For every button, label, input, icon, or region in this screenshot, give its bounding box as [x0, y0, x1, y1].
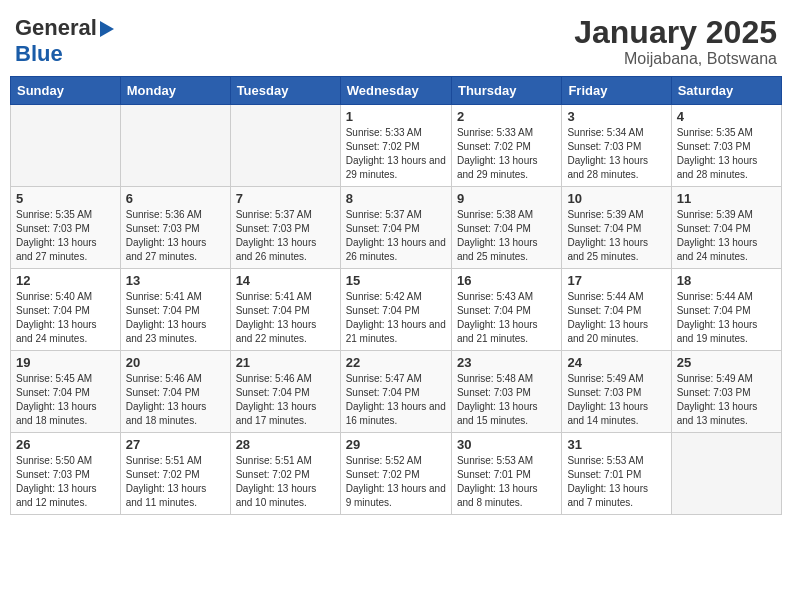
- day-info: Sunrise: 5:51 AM Sunset: 7:02 PM Dayligh…: [236, 454, 335, 510]
- day-info: Sunrise: 5:41 AM Sunset: 7:04 PM Dayligh…: [126, 290, 225, 346]
- calendar-week-2: 5Sunrise: 5:35 AM Sunset: 7:03 PM Daylig…: [11, 187, 782, 269]
- day-info: Sunrise: 5:33 AM Sunset: 7:02 PM Dayligh…: [346, 126, 446, 182]
- calendar-cell: 15Sunrise: 5:42 AM Sunset: 7:04 PM Dayli…: [340, 269, 451, 351]
- day-number: 17: [567, 273, 665, 288]
- calendar-cell: 4Sunrise: 5:35 AM Sunset: 7:03 PM Daylig…: [671, 105, 781, 187]
- calendar-cell: 19Sunrise: 5:45 AM Sunset: 7:04 PM Dayli…: [11, 351, 121, 433]
- weekday-header-wednesday: Wednesday: [340, 77, 451, 105]
- day-info: Sunrise: 5:51 AM Sunset: 7:02 PM Dayligh…: [126, 454, 225, 510]
- calendar-cell: [120, 105, 230, 187]
- day-info: Sunrise: 5:47 AM Sunset: 7:04 PM Dayligh…: [346, 372, 446, 428]
- day-number: 31: [567, 437, 665, 452]
- day-info: Sunrise: 5:36 AM Sunset: 7:03 PM Dayligh…: [126, 208, 225, 264]
- calendar-cell: 17Sunrise: 5:44 AM Sunset: 7:04 PM Dayli…: [562, 269, 671, 351]
- calendar-cell: 16Sunrise: 5:43 AM Sunset: 7:04 PM Dayli…: [451, 269, 561, 351]
- calendar-cell: 20Sunrise: 5:46 AM Sunset: 7:04 PM Dayli…: [120, 351, 230, 433]
- logo-general-text: General: [15, 15, 97, 41]
- day-info: Sunrise: 5:49 AM Sunset: 7:03 PM Dayligh…: [567, 372, 665, 428]
- calendar-cell: 11Sunrise: 5:39 AM Sunset: 7:04 PM Dayli…: [671, 187, 781, 269]
- day-info: Sunrise: 5:44 AM Sunset: 7:04 PM Dayligh…: [677, 290, 776, 346]
- location-subtitle: Moijabana, Botswana: [574, 50, 777, 68]
- calendar-cell: 13Sunrise: 5:41 AM Sunset: 7:04 PM Dayli…: [120, 269, 230, 351]
- day-info: Sunrise: 5:53 AM Sunset: 7:01 PM Dayligh…: [457, 454, 556, 510]
- calendar-cell: 9Sunrise: 5:38 AM Sunset: 7:04 PM Daylig…: [451, 187, 561, 269]
- calendar-cell: 2Sunrise: 5:33 AM Sunset: 7:02 PM Daylig…: [451, 105, 561, 187]
- day-number: 22: [346, 355, 446, 370]
- day-number: 11: [677, 191, 776, 206]
- day-info: Sunrise: 5:50 AM Sunset: 7:03 PM Dayligh…: [16, 454, 115, 510]
- calendar-cell: 6Sunrise: 5:36 AM Sunset: 7:03 PM Daylig…: [120, 187, 230, 269]
- weekday-header-thursday: Thursday: [451, 77, 561, 105]
- calendar-cell: [230, 105, 340, 187]
- title-area: January 2025 Moijabana, Botswana: [574, 15, 777, 68]
- day-info: Sunrise: 5:43 AM Sunset: 7:04 PM Dayligh…: [457, 290, 556, 346]
- calendar-cell: 29Sunrise: 5:52 AM Sunset: 7:02 PM Dayli…: [340, 433, 451, 515]
- day-number: 6: [126, 191, 225, 206]
- calendar-cell: 30Sunrise: 5:53 AM Sunset: 7:01 PM Dayli…: [451, 433, 561, 515]
- day-number: 28: [236, 437, 335, 452]
- calendar-week-4: 19Sunrise: 5:45 AM Sunset: 7:04 PM Dayli…: [11, 351, 782, 433]
- calendar-cell: 24Sunrise: 5:49 AM Sunset: 7:03 PM Dayli…: [562, 351, 671, 433]
- day-number: 24: [567, 355, 665, 370]
- calendar-cell: 25Sunrise: 5:49 AM Sunset: 7:03 PM Dayli…: [671, 351, 781, 433]
- day-info: Sunrise: 5:42 AM Sunset: 7:04 PM Dayligh…: [346, 290, 446, 346]
- calendar-cell: 23Sunrise: 5:48 AM Sunset: 7:03 PM Dayli…: [451, 351, 561, 433]
- day-number: 16: [457, 273, 556, 288]
- calendar-cell: 21Sunrise: 5:46 AM Sunset: 7:04 PM Dayli…: [230, 351, 340, 433]
- day-number: 19: [16, 355, 115, 370]
- calendar-cell: 12Sunrise: 5:40 AM Sunset: 7:04 PM Dayli…: [11, 269, 121, 351]
- day-number: 25: [677, 355, 776, 370]
- day-info: Sunrise: 5:41 AM Sunset: 7:04 PM Dayligh…: [236, 290, 335, 346]
- logo-arrow-icon: [100, 21, 114, 37]
- day-number: 21: [236, 355, 335, 370]
- weekday-header-friday: Friday: [562, 77, 671, 105]
- day-info: Sunrise: 5:40 AM Sunset: 7:04 PM Dayligh…: [16, 290, 115, 346]
- day-info: Sunrise: 5:34 AM Sunset: 7:03 PM Dayligh…: [567, 126, 665, 182]
- day-number: 23: [457, 355, 556, 370]
- calendar-cell: 8Sunrise: 5:37 AM Sunset: 7:04 PM Daylig…: [340, 187, 451, 269]
- day-info: Sunrise: 5:33 AM Sunset: 7:02 PM Dayligh…: [457, 126, 556, 182]
- calendar-cell: 10Sunrise: 5:39 AM Sunset: 7:04 PM Dayli…: [562, 187, 671, 269]
- weekday-header-sunday: Sunday: [11, 77, 121, 105]
- page-header: General Blue January 2025 Moijabana, Bot…: [10, 10, 782, 68]
- calendar-cell: 3Sunrise: 5:34 AM Sunset: 7:03 PM Daylig…: [562, 105, 671, 187]
- calendar-cell: 22Sunrise: 5:47 AM Sunset: 7:04 PM Dayli…: [340, 351, 451, 433]
- weekday-header-tuesday: Tuesday: [230, 77, 340, 105]
- day-info: Sunrise: 5:38 AM Sunset: 7:04 PM Dayligh…: [457, 208, 556, 264]
- day-number: 26: [16, 437, 115, 452]
- calendar-cell: 14Sunrise: 5:41 AM Sunset: 7:04 PM Dayli…: [230, 269, 340, 351]
- day-number: 12: [16, 273, 115, 288]
- day-info: Sunrise: 5:37 AM Sunset: 7:03 PM Dayligh…: [236, 208, 335, 264]
- day-info: Sunrise: 5:49 AM Sunset: 7:03 PM Dayligh…: [677, 372, 776, 428]
- day-info: Sunrise: 5:46 AM Sunset: 7:04 PM Dayligh…: [236, 372, 335, 428]
- day-info: Sunrise: 5:35 AM Sunset: 7:03 PM Dayligh…: [16, 208, 115, 264]
- calendar-cell: [11, 105, 121, 187]
- day-number: 1: [346, 109, 446, 124]
- day-number: 3: [567, 109, 665, 124]
- calendar-cell: [671, 433, 781, 515]
- calendar-week-1: 1Sunrise: 5:33 AM Sunset: 7:02 PM Daylig…: [11, 105, 782, 187]
- day-info: Sunrise: 5:45 AM Sunset: 7:04 PM Dayligh…: [16, 372, 115, 428]
- day-number: 8: [346, 191, 446, 206]
- calendar-week-5: 26Sunrise: 5:50 AM Sunset: 7:03 PM Dayli…: [11, 433, 782, 515]
- month-title: January 2025: [574, 15, 777, 50]
- day-number: 29: [346, 437, 446, 452]
- calendar-cell: 27Sunrise: 5:51 AM Sunset: 7:02 PM Dayli…: [120, 433, 230, 515]
- day-number: 18: [677, 273, 776, 288]
- day-number: 20: [126, 355, 225, 370]
- logo: General Blue: [15, 15, 114, 67]
- day-number: 30: [457, 437, 556, 452]
- day-number: 10: [567, 191, 665, 206]
- day-number: 27: [126, 437, 225, 452]
- day-info: Sunrise: 5:39 AM Sunset: 7:04 PM Dayligh…: [567, 208, 665, 264]
- calendar-cell: 28Sunrise: 5:51 AM Sunset: 7:02 PM Dayli…: [230, 433, 340, 515]
- day-info: Sunrise: 5:44 AM Sunset: 7:04 PM Dayligh…: [567, 290, 665, 346]
- day-info: Sunrise: 5:39 AM Sunset: 7:04 PM Dayligh…: [677, 208, 776, 264]
- calendar-cell: 18Sunrise: 5:44 AM Sunset: 7:04 PM Dayli…: [671, 269, 781, 351]
- day-number: 4: [677, 109, 776, 124]
- day-info: Sunrise: 5:53 AM Sunset: 7:01 PM Dayligh…: [567, 454, 665, 510]
- logo-blue-text: Blue: [15, 41, 63, 67]
- weekday-header-row: SundayMondayTuesdayWednesdayThursdayFrid…: [11, 77, 782, 105]
- calendar-cell: 31Sunrise: 5:53 AM Sunset: 7:01 PM Dayli…: [562, 433, 671, 515]
- day-number: 13: [126, 273, 225, 288]
